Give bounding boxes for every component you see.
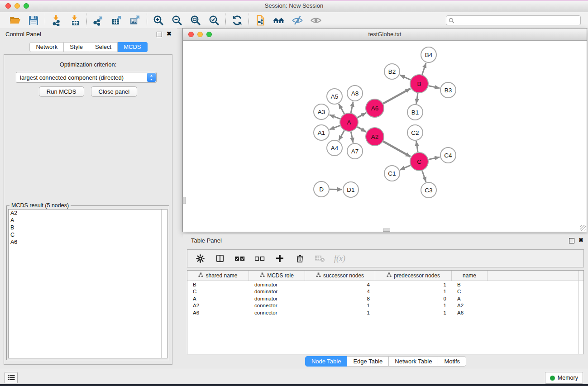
network-canvas[interactable]: B4B2BB3A8A5A6A3B1AA1C2A2A4A7C4CC1DD1C3 (183, 41, 587, 232)
float-panel-icon[interactable] (157, 32, 162, 37)
close-panel-icon[interactable]: ✖ (167, 30, 172, 38)
table-row-a2[interactable]: A2connector11A2 (187, 302, 583, 310)
column-view-icon[interactable] (215, 253, 225, 264)
cell-shared-name[interactable]: C (187, 289, 249, 294)
first-neighbors-icon[interactable] (272, 14, 285, 27)
cell-successor-nodes[interactable]: 1 (305, 303, 375, 308)
column-header-predecessor-nodes[interactable]: predecessor nodes (375, 271, 452, 281)
maximize-window-button[interactable] (24, 3, 29, 9)
cell-predecessor-nodes[interactable]: 1 (375, 282, 452, 287)
cell-mcds-role[interactable]: dominator (249, 296, 305, 301)
import-network-icon[interactable] (50, 14, 63, 27)
graph-node-B1[interactable]: B1 (407, 105, 423, 120)
cell-mcds-role[interactable]: connector (249, 310, 305, 315)
function-builder-fx-icon[interactable]: f(x) (334, 254, 345, 263)
hide-selected-eye-slash-icon[interactable] (291, 14, 304, 27)
cell-successor-nodes[interactable]: 4 (305, 282, 375, 287)
graph-edge-C-C3[interactable] (422, 171, 426, 182)
cell-successor-nodes[interactable]: 4 (305, 289, 375, 294)
vertical-scrollbar-thumb[interactable] (183, 197, 186, 204)
close-window-button[interactable] (188, 32, 194, 37)
optimization-criterion-select[interactable]: largest connected component (directed) (16, 72, 157, 83)
cell-name[interactable]: A2 (452, 303, 488, 308)
open-session-icon[interactable] (9, 14, 21, 27)
graph-edge-A-A7[interactable] (351, 132, 353, 143)
close-window-button[interactable] (5, 3, 11, 9)
tab-motifs[interactable]: Motifs (438, 356, 466, 367)
refresh-icon[interactable] (231, 14, 244, 27)
graph-edge-B-B4[interactable] (422, 63, 426, 75)
graph-edge-A2-C[interactable] (383, 141, 411, 157)
cell-successor-nodes[interactable]: 1 (305, 310, 375, 315)
select-all-checkboxes-icon[interactable] (234, 253, 245, 264)
graph-node-D[interactable]: D (314, 181, 329, 197)
graph-edge-B-B1[interactable] (416, 93, 418, 104)
tab-style[interactable]: Style (64, 42, 89, 52)
tab-select[interactable]: Select (89, 42, 118, 52)
cell-predecessor-nodes[interactable]: 1 (375, 289, 452, 294)
network-window-titlebar[interactable]: testGlobe.txt (183, 29, 587, 41)
tab-edge-table[interactable]: Edge Table (347, 356, 389, 367)
delete-table-icon[interactable] (314, 253, 325, 264)
cell-shared-name[interactable]: A (187, 296, 249, 301)
graph-edge-A-A5[interactable] (339, 104, 344, 114)
graph-edge-A-A1[interactable] (330, 125, 340, 129)
export-image-icon[interactable] (129, 14, 142, 27)
column-header-successor-nodes[interactable]: successor nodes (305, 271, 375, 281)
delete-column-trash-icon[interactable] (294, 253, 305, 264)
zoom-fit-icon[interactable] (189, 14, 202, 27)
graph-node-A7[interactable]: A7 (347, 143, 363, 159)
import-table-icon[interactable] (69, 14, 81, 27)
graph-edge-A-A6[interactable] (357, 113, 366, 118)
deselect-all-checkboxes-icon[interactable] (254, 253, 265, 264)
cell-shared-name[interactable]: B (187, 282, 249, 287)
show-all-eye-icon[interactable] (310, 14, 322, 27)
zoom-out-icon[interactable] (171, 14, 183, 27)
cell-mcds-role[interactable]: dominator (249, 289, 305, 294)
cell-mcds-role[interactable]: connector (249, 303, 305, 308)
new-network-from-selection-icon[interactable] (254, 14, 267, 27)
graph-edge-A-A8[interactable] (351, 102, 353, 113)
add-column-plus-icon[interactable] (274, 253, 285, 264)
graph-edge-C-C1[interactable] (400, 165, 410, 170)
zoom-selected-icon[interactable] (208, 14, 220, 27)
graph-node-A2[interactable]: A2 (366, 128, 384, 146)
cell-mcds-role[interactable]: dominator (249, 282, 305, 287)
graph-edge-C-C4[interactable] (429, 157, 440, 159)
graph-edge-C-C2[interactable] (416, 141, 418, 152)
mcds-result-item-b[interactable]: B (9, 224, 167, 231)
mcds-result-item-a6[interactable]: A6 (9, 238, 167, 246)
tab-mcds[interactable]: MCDS (118, 42, 147, 52)
graph-node-A[interactable]: A (340, 113, 358, 131)
column-header-shared-name[interactable]: shared name (187, 271, 249, 281)
graph-edge-A-A3[interactable] (330, 115, 340, 119)
mcds-result-item-a[interactable]: A (9, 217, 167, 224)
graph-node-C1[interactable]: C1 (384, 166, 400, 181)
cell-shared-name[interactable]: A2 (187, 303, 249, 308)
graph-node-A3[interactable]: A3 (314, 104, 329, 119)
graph-edge-B-B3[interactable] (429, 86, 440, 88)
cell-predecessor-nodes[interactable]: 1 (375, 310, 452, 315)
tab-network[interactable]: Network (29, 42, 64, 52)
table-row-a6[interactable]: A6connector11A6 (187, 309, 583, 316)
cell-predecessor-nodes[interactable]: 1 (375, 303, 452, 308)
cell-name[interactable]: B (452, 282, 488, 287)
mcds-result-item-a2[interactable]: A2 (9, 210, 167, 217)
cell-name[interactable]: A (452, 296, 488, 301)
minimize-window-button[interactable] (197, 32, 203, 37)
graph-node-A5[interactable]: A5 (327, 89, 342, 104)
show-panels-list-button[interactable] (5, 372, 18, 383)
table-settings-gear-icon[interactable] (195, 253, 206, 264)
graph-node-A1[interactable]: A1 (314, 125, 329, 140)
graph-node-C3[interactable]: C3 (421, 182, 436, 198)
close-panel-icon[interactable]: ✖ (578, 237, 583, 244)
graph-node-B[interactable]: B (410, 75, 428, 93)
graph-edge-A6-B[interactable] (383, 89, 410, 104)
cell-predecessor-nodes[interactable]: 0 (375, 296, 452, 301)
export-network-icon[interactable] (92, 14, 105, 27)
table-row-c[interactable]: Cdominator41C (187, 288, 583, 295)
column-header-name[interactable]: name (452, 271, 488, 281)
graph-node-A4[interactable]: A4 (327, 140, 342, 156)
tab-network-table[interactable]: Network Table (389, 356, 438, 367)
graph-edge-A-A2[interactable] (357, 127, 366, 132)
